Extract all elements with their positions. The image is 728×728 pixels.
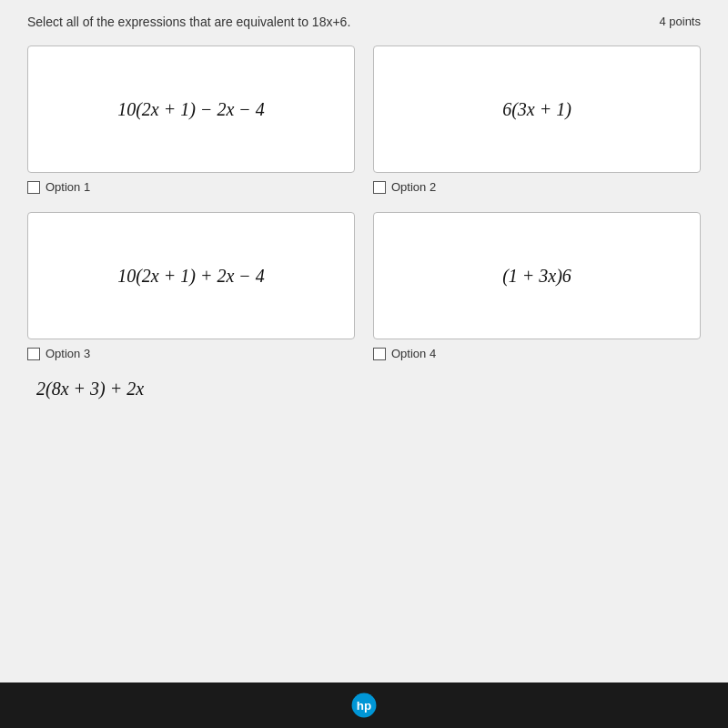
options-grid: 10(2x + 1) − 2x − 4 Option 1 6(3x + 1) O… (27, 46, 701, 360)
option-label-row-2: Option 2 (373, 180, 701, 194)
points-label: 4 points (659, 15, 701, 28)
option-label-text-2: Option 2 (391, 180, 436, 194)
option-cell-3: 10(2x + 1) + 2x − 4 Option 3 (27, 212, 355, 360)
checkbox-2[interactable] (373, 181, 386, 194)
checkbox-1[interactable] (27, 181, 40, 194)
taskbar: hp (0, 682, 728, 728)
option-box-4[interactable]: (1 + 3x)6 (373, 212, 701, 339)
checkbox-4[interactable] (373, 348, 386, 360)
option-label-row-3: Option 3 (27, 347, 355, 360)
main-content: Select all of the expressions that are e… (0, 0, 728, 682)
option-box-3[interactable]: 10(2x + 1) + 2x − 4 (27, 212, 355, 339)
option-cell-4: (1 + 3x)6 Option 4 (373, 212, 701, 360)
option-box-2[interactable]: 6(3x + 1) (373, 46, 701, 173)
expression-1: 10(2x + 1) − 2x − 4 (117, 99, 265, 120)
checkbox-3[interactable] (27, 348, 40, 360)
expression-3: 10(2x + 1) + 2x − 4 (117, 266, 265, 287)
option-box-1[interactable]: 10(2x + 1) − 2x − 4 (27, 46, 355, 173)
extra-expression: 2(8x + 3) + 2x (36, 379, 701, 399)
option-label-text-3: Option 3 (46, 347, 90, 360)
instructions-text: Select all of the expressions that are e… (27, 15, 350, 29)
option-cell-1: 10(2x + 1) − 2x − 4 Option 1 (27, 46, 355, 194)
expression-4: (1 + 3x)6 (502, 266, 571, 287)
option-label-row-4: Option 4 (373, 347, 701, 360)
option-label-text-4: Option 4 (391, 347, 436, 360)
header-row: Select all of the expressions that are e… (27, 15, 701, 29)
option-label-row-1: Option 1 (27, 180, 355, 194)
option-cell-2: 6(3x + 1) Option 2 (373, 46, 701, 194)
expression-2: 6(3x + 1) (502, 99, 571, 120)
hp-logo-icon: hp (351, 693, 377, 718)
option-label-text-1: Option 1 (46, 180, 90, 194)
svg-text:hp: hp (357, 699, 371, 713)
